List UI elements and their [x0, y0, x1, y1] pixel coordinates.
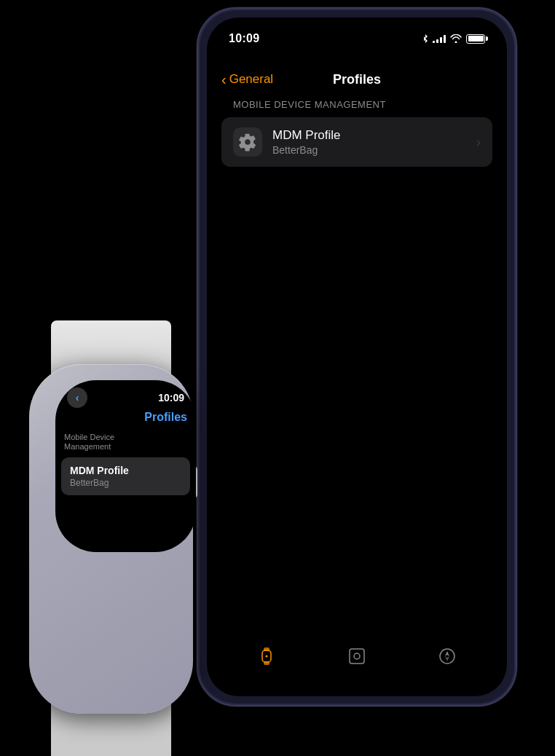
- svg-rect-2: [264, 661, 269, 665]
- profile-icon: [233, 127, 262, 157]
- watch-status-bar: ‹ 10:09: [55, 380, 196, 411]
- dynamic-island: [313, 28, 401, 52]
- archive-icon: [347, 646, 367, 666]
- iphone-screen: 10:09: [207, 17, 507, 696]
- watch-case: ‹ 10:09 Profiles Mobile DeviceManagement…: [29, 364, 193, 714]
- svg-point-5: [354, 653, 360, 659]
- tab-bar: [207, 631, 507, 682]
- watch-icon: [256, 645, 278, 667]
- watch-time: 10:09: [158, 392, 184, 403]
- watch-back-button[interactable]: ‹: [67, 387, 87, 408]
- compass-icon: [437, 646, 457, 666]
- profile-name: MDM Profile: [272, 128, 476, 143]
- battery-icon: [466, 34, 485, 44]
- status-time: 10:09: [229, 32, 259, 45]
- wifi-icon: [450, 34, 462, 43]
- signal-bars-icon: [433, 34, 446, 43]
- watch-tab-icon[interactable]: [249, 639, 284, 674]
- back-button[interactable]: ‹ General: [221, 72, 273, 87]
- archive-tab-icon[interactable]: [339, 639, 374, 674]
- watch-page-title: Profiles: [144, 411, 187, 423]
- gear-icon: [238, 133, 257, 151]
- chevron-right-icon: ›: [476, 135, 481, 150]
- iphone-device: 10:09: [197, 7, 517, 706]
- svg-marker-8: [445, 656, 449, 661]
- profile-text: MDM Profile BetterBag: [272, 128, 476, 156]
- svg-point-3: [266, 655, 268, 658]
- chevron-left-icon: ‹: [221, 72, 227, 87]
- nav-bar: ‹ General Profiles: [207, 60, 507, 99]
- section-label: MOBILE DEVICE MANAGEMENT: [221, 99, 492, 110]
- watch-section-label: Mobile DeviceManagement: [55, 430, 196, 454]
- compass-tab-icon[interactable]: [430, 639, 465, 674]
- watch-screen: ‹ 10:09 Profiles Mobile DeviceManagement…: [55, 380, 196, 552]
- bluetooth-icon: [422, 34, 428, 44]
- watch-profile-name: MDM Profile: [70, 465, 181, 476]
- apple-watch-device: ‹ 10:09 Profiles Mobile DeviceManagement…: [15, 364, 208, 714]
- profile-subtitle: BetterBag: [272, 144, 476, 156]
- svg-rect-4: [350, 649, 364, 664]
- iphone-content: MOBILE DEVICE MANAGEMENT MDM Profile Bet…: [207, 99, 507, 631]
- watch-title-bar: Profiles: [55, 411, 196, 430]
- page-title: Profiles: [333, 72, 381, 87]
- svg-marker-7: [445, 651, 449, 656]
- svg-rect-1: [264, 647, 269, 651]
- back-label: General: [229, 72, 273, 87]
- mdm-profile-row[interactable]: MDM Profile BetterBag ›: [221, 117, 492, 167]
- watch-profile-subtitle: BetterBag: [70, 478, 181, 488]
- watch-profile-row[interactable]: MDM Profile BetterBag: [61, 457, 190, 495]
- status-icons: [422, 34, 485, 44]
- watch-chevron-left-icon: ‹: [76, 392, 79, 403]
- watch-section-text: Mobile DeviceManagement: [64, 433, 114, 451]
